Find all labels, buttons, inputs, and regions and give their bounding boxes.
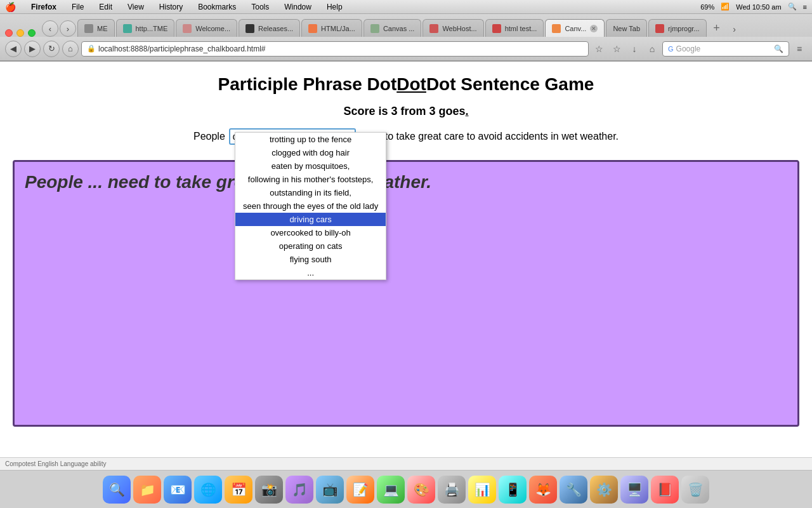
tab-htmltest[interactable]: html test... <box>485 19 544 37</box>
tab-label: html test... <box>505 25 537 32</box>
window-controls <box>5 29 36 37</box>
dock-safari[interactable]: 🌐 <box>194 476 222 504</box>
tab-newtab[interactable]: New Tab <box>606 19 647 37</box>
tab-label: Welcome... <box>195 25 230 32</box>
tab-tme[interactable]: http...TME <box>116 19 175 37</box>
dock-item[interactable]: 📱 <box>499 476 527 504</box>
menu-file[interactable]: File <box>69 3 86 11</box>
window-minimize[interactable] <box>16 29 24 37</box>
new-tab-btn[interactable]: + <box>708 19 726 37</box>
dropdown-item[interactable]: clogged with dog hair <box>235 146 386 159</box>
tab-me[interactable]: ME <box>77 19 115 37</box>
tab-canv-active[interactable]: Canv... ✕ <box>545 19 605 37</box>
search-placeholder: Google <box>676 44 701 53</box>
tab-label: Canvas ... <box>383 25 415 32</box>
dock-item[interactable]: 📺 <box>316 476 344 504</box>
bookmark-list[interactable]: ☆ <box>609 41 624 57</box>
nav-back[interactable]: ◀ <box>5 41 22 57</box>
dock-item[interactable]: 📅 <box>225 476 252 504</box>
window-close[interactable] <box>5 29 13 37</box>
dock-item[interactable]: 💻 <box>377 476 405 504</box>
tab-favicon <box>183 24 192 33</box>
menubar: 🍎 Firefox File Edit View History Bookmar… <box>0 0 812 14</box>
apple-menu[interactable]: 🍎 <box>5 2 16 12</box>
dock-item[interactable]: 🔧 <box>560 476 587 504</box>
score-line: Score is 3 from 3 goes. <box>13 105 799 118</box>
bookmark-star[interactable]: ☆ <box>591 41 606 57</box>
tab-bar: ‹ › ME http...TME Welcome... Releases...… <box>0 14 812 37</box>
tab-label: New Tab <box>613 25 640 32</box>
chalkboard: People ... need to take great care ... w… <box>13 160 799 427</box>
dropdown-item[interactable]: following in his mother's footsteps, <box>235 173 386 186</box>
title-dot: Dot <box>396 74 426 94</box>
tab-label: Releases... <box>258 25 293 32</box>
download-icon[interactable]: ↓ <box>627 41 642 57</box>
menu-edit[interactable]: Edit <box>96 3 115 11</box>
tab-favicon <box>308 24 317 33</box>
tab-webhost[interactable]: WebHost... <box>422 19 483 37</box>
tab-welcome[interactable]: Welcome... <box>176 19 237 37</box>
nav-reload[interactable]: ↻ <box>43 41 60 57</box>
menu-firefox[interactable]: Firefox <box>29 3 59 11</box>
dropdown-item[interactable]: flying south <box>235 253 386 266</box>
dropdown-item[interactable]: overcooked to billy-oh <box>235 226 386 239</box>
nav-forward[interactable]: ▶ <box>24 41 41 57</box>
dropdown-item[interactable]: seen through the eyes of the old lady <box>235 199 386 213</box>
nav-home[interactable]: ⌂ <box>62 41 79 57</box>
forward-btn[interactable]: › <box>60 20 76 37</box>
menu-history[interactable]: History <box>157 3 185 11</box>
search-bar[interactable]: G Google 🔍 <box>662 41 789 57</box>
tab-releases[interactable]: Releases... <box>239 19 300 37</box>
dock-item[interactable]: 📝 <box>346 476 374 504</box>
menu-icon[interactable]: ≡ <box>792 41 807 57</box>
window-maximize[interactable] <box>28 29 36 37</box>
tab-label: HTML/Ja... <box>321 25 355 32</box>
tab-rjm[interactable]: rjmprogr... <box>648 19 707 37</box>
search-btn[interactable]: 🔍 <box>774 44 783 53</box>
dock-item[interactable]: 📕 <box>651 476 679 504</box>
tab-favicon <box>123 24 132 33</box>
menu-help[interactable]: Help <box>324 3 345 11</box>
dropdown-item[interactable]: ... <box>235 266 386 279</box>
dock-item[interactable]: 🖥️ <box>620 476 648 504</box>
dropdown-item[interactable]: trotting up to the fence <box>235 133 386 146</box>
dropdown-item[interactable]: operating on cats <box>235 239 386 253</box>
dock-item[interactable]: ⚙️ <box>590 476 618 504</box>
battery-status: 69% <box>700 3 714 11</box>
tab-favicon <box>84 24 93 33</box>
dock-item[interactable]: 📸 <box>255 476 283 504</box>
tab-htmlja[interactable]: HTML/Ja... <box>301 19 362 37</box>
menu-window[interactable]: Window <box>282 3 314 11</box>
search-icon[interactable]: 🔍 <box>788 3 797 11</box>
home-icon[interactable]: ⌂ <box>645 41 660 57</box>
dock-item[interactable]: 🖨️ <box>438 476 466 504</box>
tab-label: WebHost... <box>442 25 476 32</box>
phrase-dropdown[interactable]: trotting up to the fence clogged with do… <box>235 132 386 280</box>
tab-canvas1[interactable]: Canvas ... <box>363 19 422 37</box>
menu-view[interactable]: View <box>125 3 147 11</box>
dock-item[interactable]: 📧 <box>164 476 192 504</box>
menu-bookmarks[interactable]: Bookmarks <box>195 3 239 11</box>
sentence-rest: need to take great care to avoid acciden… <box>360 131 619 142</box>
dock-trash[interactable]: 🗑️ <box>681 476 709 504</box>
tab-favicon <box>246 24 254 33</box>
menu-tools[interactable]: Tools <box>249 3 272 11</box>
back-btn[interactable]: ‹ <box>42 20 58 37</box>
dock-item[interactable]: 🎵 <box>285 476 313 504</box>
list-icon[interactable]: ≡ <box>803 3 807 11</box>
dock-item[interactable]: 🎨 <box>407 476 435 504</box>
dock-firefox[interactable]: 🦊 <box>529 476 557 504</box>
dock-item[interactable]: 📁 <box>133 476 161 504</box>
status-text: Compotest English Language ability <box>5 460 107 467</box>
dropdown-item[interactable]: outstanding in its field, <box>235 186 386 199</box>
dock-finder[interactable]: 🔍 <box>103 476 131 504</box>
tab-favicon <box>492 24 501 33</box>
tab-scroll-right[interactable]: › <box>727 22 742 37</box>
tab-close-btn[interactable]: ✕ <box>590 25 598 32</box>
url-bar[interactable]: 🔒 localhost:8888/participlephrase_chalkb… <box>81 41 589 57</box>
clock: Wed 10:50 am <box>736 3 781 11</box>
dropdown-item[interactable]: eaten by mosquitoes, <box>235 159 386 173</box>
dock-item[interactable]: 📊 <box>468 476 496 504</box>
google-icon: G <box>668 45 674 53</box>
dropdown-item-selected[interactable]: driving cars <box>235 213 386 226</box>
